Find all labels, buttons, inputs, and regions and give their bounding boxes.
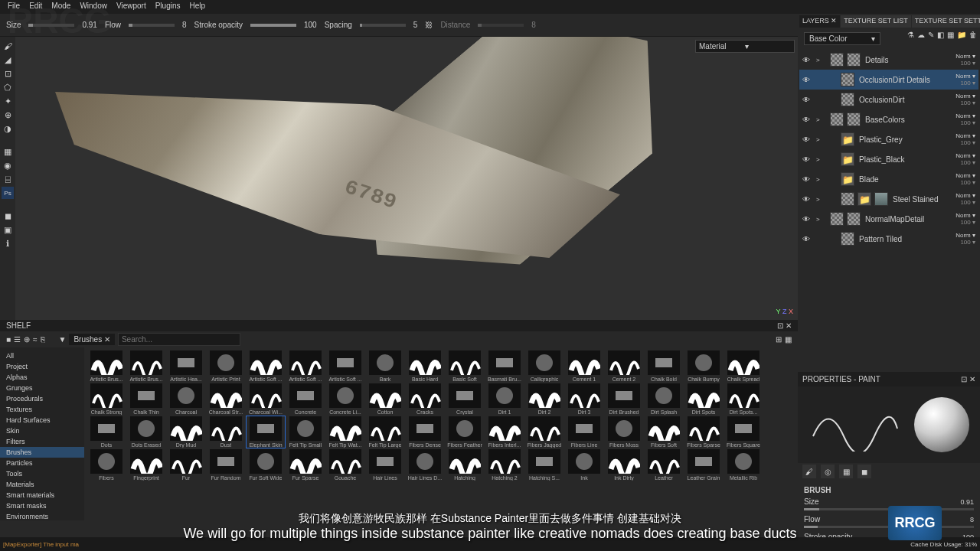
- brush-artistic-soft-[interactable]: Artistic Soft ...: [286, 350, 325, 382]
- brush-tool[interactable]: 🖌: [2, 40, 14, 52]
- cat-materials[interactable]: Materials: [0, 479, 84, 490]
- brush-fur-random[interactable]: Fur Random: [207, 449, 245, 481]
- cat-all[interactable]: All: [0, 350, 84, 361]
- projection-tool[interactable]: ⊡: [2, 67, 14, 80]
- brush-cracks[interactable]: Cracks: [406, 383, 444, 415]
- brush-elephant-skin[interactable]: Elephant Skin: [247, 416, 285, 448]
- visibility-icon[interactable]: 👁: [802, 175, 813, 184]
- brush-cotton[interactable]: Cotton: [366, 383, 404, 415]
- cat-hard-surfaces[interactable]: Hard Surfaces: [0, 415, 84, 425]
- brush-artistic-brus-[interactable]: Artistic Brus...: [87, 350, 126, 382]
- collapse-icon[interactable]: >: [816, 216, 824, 223]
- smudge-tool[interactable]: ✦: [2, 95, 14, 107]
- brush-chalk-bold[interactable]: Chalk Bold: [645, 350, 683, 382]
- brush-basic-soft[interactable]: Basic Soft: [446, 350, 484, 382]
- cat-particles[interactable]: Particles: [0, 458, 84, 468]
- brush-basic-hard[interactable]: Basic Hard: [406, 350, 444, 382]
- brush-leather-grain[interactable]: Leather Grain: [684, 449, 723, 481]
- shelf-save-icon[interactable]: ⎘: [41, 335, 45, 344]
- brush-artistic-brus-[interactable]: Artistic Brus...: [127, 350, 165, 382]
- tab-texture-set-list[interactable]: TEXTURE SET LIST: [841, 15, 910, 28]
- brush-chalk-strong[interactable]: Chalk Strong: [87, 383, 126, 415]
- plugin-2-icon[interactable]: ▣: [2, 223, 14, 236]
- brush-gouache[interactable]: Gouache: [326, 449, 364, 481]
- spacing-slider[interactable]: [360, 24, 406, 27]
- brush-dirt-spots[interactable]: Dirt Spots: [684, 383, 723, 415]
- blend-mode[interactable]: Norm ▾100 ▾: [952, 192, 975, 206]
- brush-concrete[interactable]: Concrete: [286, 383, 325, 415]
- brush-ink[interactable]: Ink: [565, 449, 603, 481]
- shelf-search[interactable]: [118, 333, 240, 346]
- visibility-icon[interactable]: 👁: [802, 135, 813, 144]
- brush-fibers-soft[interactable]: Fibers Soft: [645, 416, 683, 448]
- brush-fur-soft-wide[interactable]: Fur Soft Wide: [247, 449, 285, 481]
- brush-ink-dirty[interactable]: Ink Dirty: [605, 449, 643, 481]
- brush-hatching-2[interactable]: Hatching 2: [485, 449, 524, 481]
- popout-icon[interactable]: ⊡: [777, 321, 783, 330]
- poly-fill-tool[interactable]: ⬠: [2, 81, 14, 93]
- brush-charcoal-str-[interactable]: Charcoal Str...: [207, 383, 245, 415]
- cat-smart-materials[interactable]: Smart materials: [0, 490, 84, 500]
- brush-dirt-1[interactable]: Dirt 1: [485, 383, 524, 415]
- visibility-icon[interactable]: 👁: [802, 215, 813, 223]
- plugin-1-icon[interactable]: ◼: [2, 210, 14, 222]
- brush-fibers-feather[interactable]: Fibers Feather: [446, 416, 484, 448]
- visibility-icon[interactable]: 👁: [802, 155, 813, 164]
- brush-fibers-square[interactable]: Fibers Square: [724, 416, 763, 448]
- blend-mode[interactable]: Norm ▾100 ▾: [952, 73, 975, 86]
- brush-chalk-thin[interactable]: Chalk Thin: [127, 383, 165, 415]
- layer-steel-stained[interactable]: 👁>📁Steel StainedNorm ▾100 ▾: [799, 189, 978, 209]
- brush-fibers-moss[interactable]: Fibers Moss: [605, 416, 643, 448]
- cat-filters[interactable]: Filters: [0, 436, 84, 447]
- visibility-icon[interactable]: 👁: [802, 235, 813, 243]
- menu-mode[interactable]: Mode: [47, 0, 75, 14]
- channel-dropdown[interactable]: Base Color▾: [804, 32, 880, 45]
- id-tool[interactable]: ⌸: [2, 173, 14, 185]
- collapse-icon[interactable]: >: [816, 196, 824, 203]
- blend-mode[interactable]: Norm ▾100 ▾: [952, 152, 975, 166]
- cat-smart-masks[interactable]: Smart masks: [0, 500, 84, 511]
- brush-felt-tip-small[interactable]: Felt Tip Small: [286, 416, 325, 448]
- cat-alphas[interactable]: Alphas: [0, 372, 84, 383]
- add-folder-icon[interactable]: 📁: [957, 31, 966, 47]
- cat-environments[interactable]: Environments: [0, 511, 84, 520]
- brush-fibers-interl-[interactable]: Fibers Interl...: [485, 416, 524, 448]
- cat-grunges[interactable]: Grunges: [0, 383, 84, 393]
- visibility-icon[interactable]: 👁: [802, 195, 813, 204]
- cat-brushes[interactable]: Brushes: [0, 447, 84, 458]
- brush-charcoal-wi-[interactable]: Charcoal Wi...: [247, 383, 285, 415]
- shelf-tab-brushes[interactable]: Brushes ✕: [69, 334, 114, 345]
- brush-fibers-jagged[interactable]: Fibers Jagged: [525, 416, 564, 448]
- collapse-icon[interactable]: >: [816, 116, 824, 123]
- distance-slider[interactable]: [478, 24, 524, 27]
- menu-plugins[interactable]: Plugins: [151, 0, 185, 14]
- material-pick-tool[interactable]: ◑: [2, 122, 14, 135]
- collapse-icon[interactable]: >: [816, 156, 824, 163]
- brush-cement-1[interactable]: Cement 1: [565, 350, 603, 382]
- brush-fingerprint[interactable]: Fingerprint: [127, 449, 165, 481]
- brush-hair-lines-d-[interactable]: Hair Lines D...: [406, 449, 444, 481]
- layer-blade[interactable]: 👁>📁BladeNorm ▾100 ▾: [799, 169, 978, 189]
- brush-fur-sparse[interactable]: Fur Sparse: [286, 449, 325, 481]
- brush-calligraphic[interactable]: Calligraphic: [525, 350, 564, 382]
- close-icon[interactable]: ⊡ ✕: [961, 375, 975, 383]
- layer-details[interactable]: 👁>DetailsNorm ▾100 ▾: [799, 50, 978, 70]
- add-fill-icon[interactable]: ▦: [947, 31, 954, 47]
- material-tab-icon[interactable]: ◼: [858, 465, 871, 478]
- brush-felt-tip-wat-[interactable]: Felt Tip Wat...: [326, 416, 364, 448]
- visibility-icon[interactable]: 👁: [802, 56, 813, 64]
- brush-dry-mud[interactable]: Dry Mud: [167, 416, 205, 448]
- blend-mode[interactable]: Norm ▾100 ▾: [952, 93, 975, 106]
- menu-viewport[interactable]: Viewport: [112, 0, 151, 14]
- stencil-tab-icon[interactable]: ▦: [839, 465, 853, 478]
- blend-mode[interactable]: Norm ▾100 ▾: [952, 232, 975, 246]
- smart-icon[interactable]: ✎: [928, 31, 934, 47]
- brush-dirt-2[interactable]: Dirt 2: [525, 383, 564, 415]
- clone-tool[interactable]: ⊕: [2, 109, 14, 121]
- brush-basmati-bru-[interactable]: Basmati Bru...: [485, 350, 524, 382]
- brush-chalk-spread[interactable]: Chalk Spread: [724, 350, 763, 382]
- brush-charcoal[interactable]: Charcoal: [167, 383, 205, 415]
- brush-dirt-spots-[interactable]: Dirt Spots...: [724, 383, 763, 415]
- brush-artistic-print[interactable]: Artistic Print: [207, 350, 245, 382]
- blend-mode[interactable]: Norm ▾100 ▾: [952, 132, 975, 146]
